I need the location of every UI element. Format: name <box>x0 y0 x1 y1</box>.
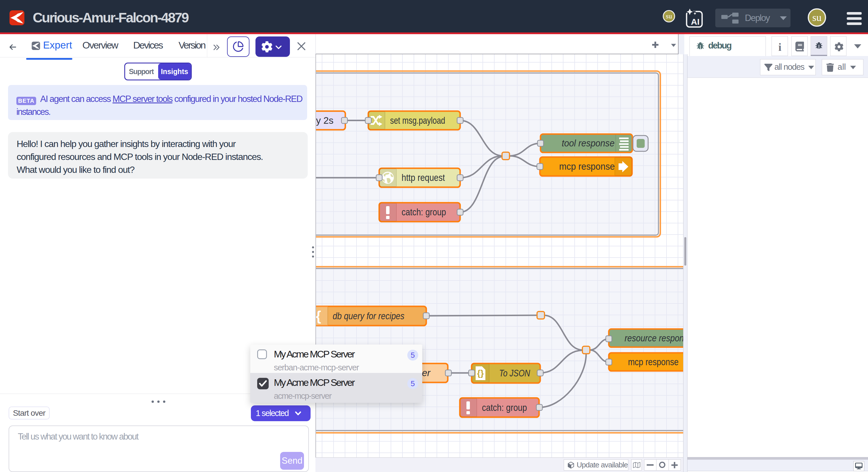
svg-text:set msg.payload: set msg.payload <box>390 115 445 126</box>
svg-text:er: er <box>422 367 431 378</box>
svg-text:mcp response: mcp response <box>628 357 679 367</box>
svg-text:catch: group: catch: group <box>482 402 527 413</box>
svg-text:db query for recipes: db query for recipes <box>333 311 404 321</box>
svg-text:catch: group: catch: group <box>402 207 446 217</box>
svg-text:resource response: resource response <box>625 333 684 343</box>
svg-text:http request: http request <box>402 172 445 183</box>
svg-text:To JSON: To JSON <box>499 368 530 378</box>
svg-text:{}: {} <box>477 368 484 378</box>
svg-text:{: { <box>316 308 321 324</box>
svg-text:delay 2s: delay 2s <box>316 115 334 126</box>
svg-text:AI: AI <box>691 17 700 26</box>
svg-text:mcp response: mcp response <box>559 161 615 172</box>
svg-text:tool response: tool response <box>562 138 615 148</box>
